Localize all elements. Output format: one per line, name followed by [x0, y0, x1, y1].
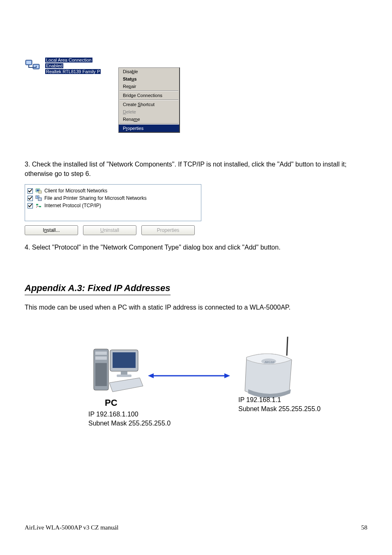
footer-left: AirLive WLA-5000AP v3 CZ manuál	[25, 524, 118, 531]
pc-label: PC	[105, 398, 118, 408]
step-4-text: 4. Select "Protocol" in the "Network Com…	[25, 243, 367, 252]
svg-text:AirLive: AirLive	[264, 360, 275, 364]
menu-disable[interactable]: Disable	[119, 68, 179, 75]
svg-marker-20	[148, 373, 154, 378]
menu-repair[interactable]: Repair	[119, 83, 179, 90]
pc-subnet-label: Subnet Mask 255.255.255.0	[88, 420, 171, 427]
svg-rect-6	[39, 191, 42, 193]
svg-rect-14	[95, 363, 107, 386]
checkbox-icon[interactable]	[28, 196, 33, 201]
appendix-body: This mode can be used when a PC with a s…	[25, 303, 367, 312]
pc-ip-label: IP 192.168.1.100	[88, 411, 138, 418]
connection-adapter: Realtek RTL8139 Family P	[45, 69, 101, 74]
menu-properties[interactable]: Properties	[119, 125, 179, 132]
network-components-screenshot: Client for Microsoft Networks File and P…	[25, 184, 201, 235]
svg-marker-21	[224, 373, 230, 378]
list-item[interactable]: Internet Protocol (TCP/IP)	[28, 202, 198, 209]
context-menu: Disable Status Repair Bridge Connections…	[118, 67, 180, 133]
checkbox-icon[interactable]	[28, 188, 33, 194]
svg-rect-18	[117, 375, 131, 377]
list-item[interactable]: File and Printer Sharing for Microsoft N…	[28, 194, 198, 202]
svg-rect-16	[113, 352, 136, 368]
share-icon	[35, 195, 42, 201]
menu-separator	[120, 123, 178, 124]
svg-rect-8	[38, 198, 42, 201]
list-item[interactable]: Client for Microsoft Networks	[28, 187, 198, 194]
double-arrow-icon	[148, 372, 230, 380]
network-components-list: Client for Microsoft Networks File and P…	[25, 184, 201, 221]
appendix-heading: Appendix A.3: Fixed IP Addresses	[25, 283, 171, 295]
router-subnet-label: Subnet Mask 255.255.255.0	[238, 405, 321, 413]
router-ip-label: IP 192.168.1.1	[238, 396, 281, 404]
svg-rect-13	[95, 356, 107, 360]
svg-rect-17	[121, 371, 127, 375]
menu-delete: Delete	[119, 108, 179, 116]
connection-state: Enabled	[45, 63, 63, 68]
menu-rename[interactable]: Rename	[119, 116, 179, 123]
network-diagram: PC AirLive IP 192.168.1.100 Subnet Mask …	[25, 324, 367, 431]
svg-line-22	[287, 337, 288, 356]
list-item-label: Client for Microsoft Networks	[44, 188, 107, 194]
menu-separator	[120, 99, 178, 100]
list-item-label: File and Printer Sharing for Microsoft N…	[44, 195, 147, 201]
step-3-text: 3. Check the installed list of "Network …	[25, 160, 367, 178]
footer-right: 58	[361, 524, 367, 531]
menu-bridge[interactable]: Bridge Connections	[119, 92, 179, 99]
protocol-icon	[35, 202, 42, 209]
client-icon	[35, 187, 42, 194]
svg-point-9	[37, 197, 38, 198]
pc-icon	[90, 345, 144, 399]
menu-separator	[120, 90, 178, 91]
uninstall-button: Uninstall	[83, 225, 136, 235]
svg-rect-12	[95, 352, 107, 355]
svg-point-10	[36, 207, 37, 208]
menu-create-shortcut[interactable]: Create Shortcut	[119, 101, 179, 108]
router-icon: AirLive	[238, 337, 300, 402]
connection-title: Local Area Connection	[45, 58, 92, 62]
menu-status[interactable]: Status	[119, 75, 179, 83]
checkbox-icon[interactable]	[28, 203, 33, 208]
properties-button: Properties	[141, 225, 195, 235]
list-item-label: Internet Protocol (TCP/IP)	[44, 203, 101, 208]
lan-context-menu-screenshot: Local Area Connection Enabled Realtek RT…	[25, 58, 367, 152]
svg-rect-1	[26, 61, 31, 64]
install-button[interactable]: Install...	[25, 225, 78, 235]
network-connection-icon	[25, 58, 43, 73]
